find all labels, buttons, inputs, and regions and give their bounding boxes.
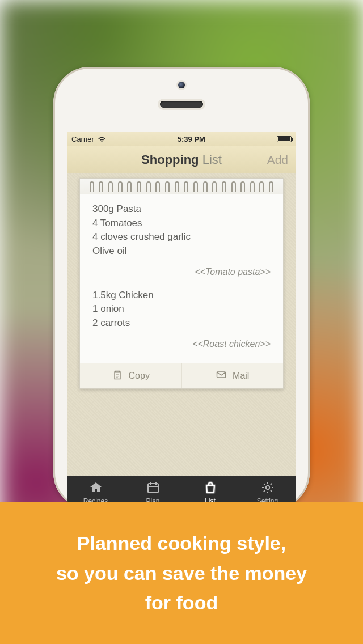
list-group: 1.5kg Chicken 1 onion 2 carrots <<Roast … (92, 289, 271, 350)
copy-button[interactable]: Copy (80, 363, 182, 388)
status-bar: Carrier 5:39 PM (67, 132, 296, 146)
banner-line: for food (56, 588, 307, 618)
page-title: Shopping List (141, 152, 222, 167)
gear-icon (260, 481, 275, 496)
recipe-tag: <<Roast chicken>> (92, 337, 271, 350)
banner-line: Planned cooking style, (56, 528, 307, 558)
copy-label: Copy (129, 371, 150, 381)
home-icon (88, 481, 103, 496)
mail-icon (216, 369, 227, 383)
list-item[interactable]: 1.5kg Chicken (92, 289, 271, 303)
phone-camera (178, 82, 185, 88)
list-item[interactable]: Olive oil (92, 244, 271, 259)
content-area: 300g Pasta 4 Tomatoes 4 cloves crushed g… (67, 173, 296, 476)
bag-icon (203, 481, 218, 496)
battery-icon (277, 136, 292, 142)
banner-line: so you can save the money (56, 558, 307, 588)
list-item[interactable]: 2 carrots (92, 316, 271, 331)
list-item[interactable]: 4 cloves crushed garlic (92, 230, 271, 244)
list-group: 300g Pasta 4 Tomatoes 4 cloves crushed g… (92, 202, 271, 278)
wifi-icon (98, 134, 106, 144)
notepad-body: 300g Pasta 4 Tomatoes 4 cloves crushed g… (80, 194, 283, 363)
notepad-spiral (80, 179, 283, 194)
phone-speaker (160, 101, 203, 108)
svg-point-2 (265, 485, 269, 489)
shopping-notepad: 300g Pasta 4 Tomatoes 4 cloves crushed g… (79, 178, 284, 389)
phone-frame: Carrier 5:39 PM Shopping List Add (53, 67, 310, 509)
list-item[interactable]: 300g Pasta (92, 202, 271, 217)
promo-banner: Planned cooking style, so you can save t… (0, 502, 363, 644)
carrier-label: Carrier (71, 135, 94, 143)
status-time: 5:39 PM (178, 135, 205, 143)
add-button[interactable]: Add (267, 146, 288, 173)
mail-label: Mail (233, 371, 249, 381)
calendar-icon (146, 481, 161, 496)
svg-rect-1 (148, 484, 158, 493)
navigation-bar: Shopping List Add (67, 146, 296, 173)
list-item[interactable]: 4 Tomatoes (92, 217, 271, 231)
clipboard-icon (112, 369, 123, 383)
app-screen: Carrier 5:39 PM Shopping List Add (67, 132, 296, 509)
notepad-actions: Copy Mail (80, 363, 283, 388)
mail-button[interactable]: Mail (182, 363, 284, 388)
recipe-tag: <<Tomato pasta>> (92, 265, 271, 278)
list-item[interactable]: 1 onion (92, 302, 271, 316)
